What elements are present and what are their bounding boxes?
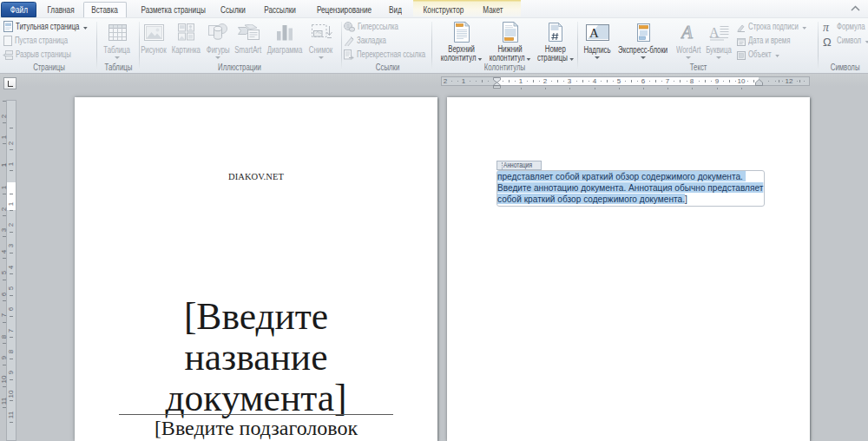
svg-text:A: A [589, 25, 599, 39]
svg-text:π: π [823, 22, 830, 32]
svg-text:Ω: Ω [823, 36, 832, 46]
svg-text:A: A [681, 23, 693, 41]
svg-text:A: A [709, 24, 720, 39]
